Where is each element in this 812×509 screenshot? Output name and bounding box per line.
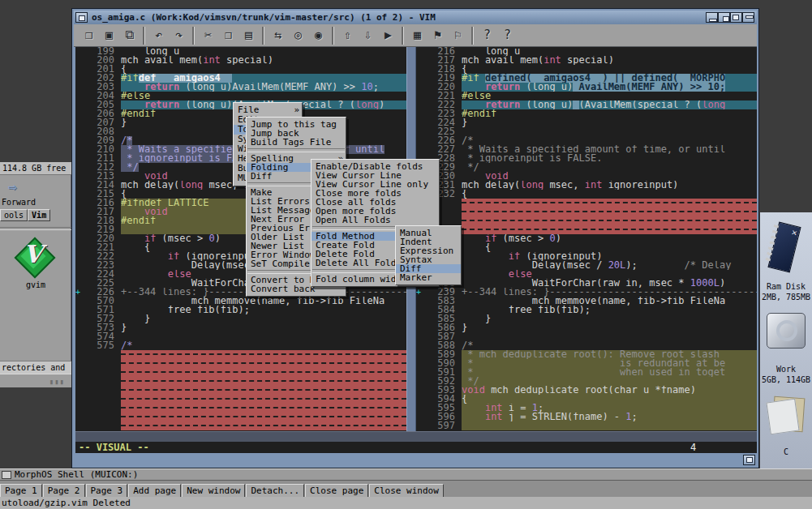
- save-session-button[interactable]: ⇩: [358, 26, 378, 45]
- make-button[interactable]: ▦: [407, 26, 427, 45]
- run-script-button[interactable]: ▶: [378, 26, 398, 45]
- code-row: 219#if defined(__amigaos4__) || defined(…: [416, 74, 757, 83]
- forward-icon[interactable]: ⇨: [8, 178, 16, 195]
- vim-titlebar[interactable]: os_amiga.c (Work:Kod/vimsvn/trunk/vim-ma…: [74, 11, 757, 25]
- tab-tools[interactable]: ools: [0, 209, 28, 221]
- ram-disk-label[interactable]: Ram Disk: [760, 282, 812, 291]
- zoom-gadget[interactable]: [718, 12, 730, 23]
- line-number: [82, 368, 121, 377]
- code-row: 592 */: [416, 377, 757, 386]
- resize-gadget[interactable]: [743, 455, 755, 465]
- iconify-gadget[interactable]: [706, 12, 718, 23]
- diff-filler-row: [75, 377, 406, 386]
- fold-column: [75, 118, 82, 127]
- redo-button[interactable]: ↷: [169, 26, 189, 45]
- code-row: 572 }: [75, 314, 406, 323]
- menu-item-jump-back[interactable]: Jump back: [247, 129, 346, 138]
- code-row: 200mch_avail_mem(int special): [75, 56, 406, 65]
- menu-item-open-more-folds[interactable]: Open more folds: [311, 207, 439, 216]
- menu-item-open-all-folds[interactable]: Open All Folds: [311, 216, 439, 225]
- diff-filler-row: [75, 359, 406, 368]
- fold-column: [416, 83, 423, 92]
- deleted-lines-filler: [462, 199, 757, 207]
- paste-button[interactable]: ▤: [238, 26, 259, 45]
- free-space-label: 114.8 GB free: [0, 162, 71, 175]
- shell-titlebar[interactable]: MorphOS Shell (MUICON:): [0, 468, 812, 481]
- menu-item-marker[interactable]: Marker: [396, 273, 461, 282]
- find-next-button[interactable]: ◎: [288, 26, 308, 45]
- code-text: [462, 332, 757, 341]
- code-text: return (long_u) AvailMem(MEMF_ANY) >> 10…: [462, 83, 757, 92]
- build-tags-button[interactable]: ⚑: [427, 26, 448, 45]
- menu-item-close-more-folds[interactable]: Close more folds: [311, 189, 439, 198]
- open-button[interactable]: ❒: [79, 26, 99, 45]
- work-disk-label[interactable]: Work: [760, 365, 812, 374]
- close-gadget[interactable]: [75, 12, 88, 23]
- menu-item-expression[interactable]: Expression: [396, 246, 461, 255]
- code-row: 232{: [416, 190, 757, 199]
- menu-item-view-cursor-line-only[interactable]: View Cursor Line only: [311, 180, 439, 189]
- code-row: 596 int j = STRLEN(fname) - 1;: [416, 413, 757, 421]
- depth-gadget[interactable]: [730, 12, 742, 23]
- fold-column: [75, 350, 82, 359]
- code-row: 597: [416, 421, 757, 430]
- shell-close-gadget[interactable]: [2, 471, 11, 479]
- fold-column: [416, 341, 423, 350]
- menu-item-indent[interactable]: Indent: [396, 237, 461, 246]
- shell-button-page-1[interactable]: Page 1: [0, 484, 42, 498]
- shell-title: MorphOS Shell (MUICON:): [15, 469, 138, 481]
- menu-item-syntax[interactable]: Syntax: [396, 255, 461, 264]
- menu-item-jump-to-this-tag[interactable]: Jump to this tag: [247, 120, 346, 129]
- gvim-app-icon[interactable]: V: [13, 235, 54, 277]
- find-prev-button[interactable]: ◉: [308, 26, 329, 45]
- divider: [0, 227, 71, 230]
- help-button[interactable]: ?: [477, 26, 497, 45]
- tag-jump-button[interactable]: ⚐: [448, 26, 468, 45]
- menu-item-manual[interactable]: Manual: [396, 229, 461, 237]
- code-text: int i = 1;: [462, 404, 757, 413]
- menu-item-close-all-folds[interactable]: Close all folds: [311, 198, 439, 207]
- shell-button-close-page[interactable]: Close page: [305, 484, 368, 498]
- diff-filler-row: [75, 350, 406, 359]
- fold-column: [416, 350, 423, 359]
- save-all-button[interactable]: ⧉: [119, 26, 140, 45]
- shell-button-detach-[interactable]: Detach...: [246, 484, 304, 498]
- fold-column: [75, 323, 82, 332]
- code-pane-right[interactable]: 216 long_u217mch_avail_mem(int special)2…: [416, 47, 757, 431]
- code-text: mch_avail_mem(int special): [121, 56, 406, 65]
- undo-button[interactable]: ↶: [148, 26, 169, 45]
- c-folder-icon[interactable]: [768, 397, 804, 431]
- code-row: 217mch_avail_mem(int special): [416, 56, 757, 65]
- menu-item-build-tags-file[interactable]: Build Tags File: [247, 138, 346, 147]
- menu-item-view-cursor-line[interactable]: View Cursor Line: [311, 171, 439, 180]
- file-manager-scrollbar[interactable]: ▮▮▮: [0, 374, 71, 387]
- shell-button-page-3[interactable]: Page 3: [86, 484, 128, 498]
- copy-button[interactable]: ❐: [218, 26, 238, 45]
- menu-item-diff[interactable]: Diff: [396, 264, 461, 273]
- shell-button-new-window[interactable]: New window: [182, 484, 245, 498]
- shell-button-page-2[interactable]: Page 2: [43, 484, 85, 498]
- c-folder-label[interactable]: C: [760, 447, 812, 456]
- fold-column: [75, 341, 82, 350]
- diff-filler-row: [75, 368, 406, 377]
- toolbar-separator: [471, 27, 474, 45]
- menu-item-enable-disable-folds[interactable]: Enable/Disable folds: [311, 162, 439, 171]
- fold-column: [416, 306, 423, 314]
- scrollbar-grip[interactable]: ▮▮▮: [49, 378, 65, 386]
- shade-gadget[interactable]: [742, 12, 754, 23]
- find-replace-button[interactable]: ⇆: [268, 26, 288, 45]
- load-session-button[interactable]: ⇧: [337, 26, 358, 45]
- fold-column: [75, 225, 82, 234]
- shell-button-close-window[interactable]: Close window: [369, 484, 443, 498]
- tab-vim[interactable]: Vim: [28, 209, 50, 221]
- diff-filler-row: [75, 386, 406, 395]
- work-disk-icon[interactable]: [767, 313, 806, 349]
- menu-item-file[interactable]: File»: [234, 105, 302, 115]
- code-row: 231mch_delay(long msec, int ignoreinput): [416, 181, 757, 190]
- shell-button-add-page[interactable]: Add page: [128, 484, 181, 498]
- save-button[interactable]: ▣: [99, 26, 119, 45]
- cut-button[interactable]: ✂: [198, 26, 218, 45]
- find-help-button[interactable]: ?: [497, 26, 518, 45]
- ram-disk-icon[interactable]: [767, 221, 801, 272]
- deleted-lines-filler: [121, 368, 406, 377]
